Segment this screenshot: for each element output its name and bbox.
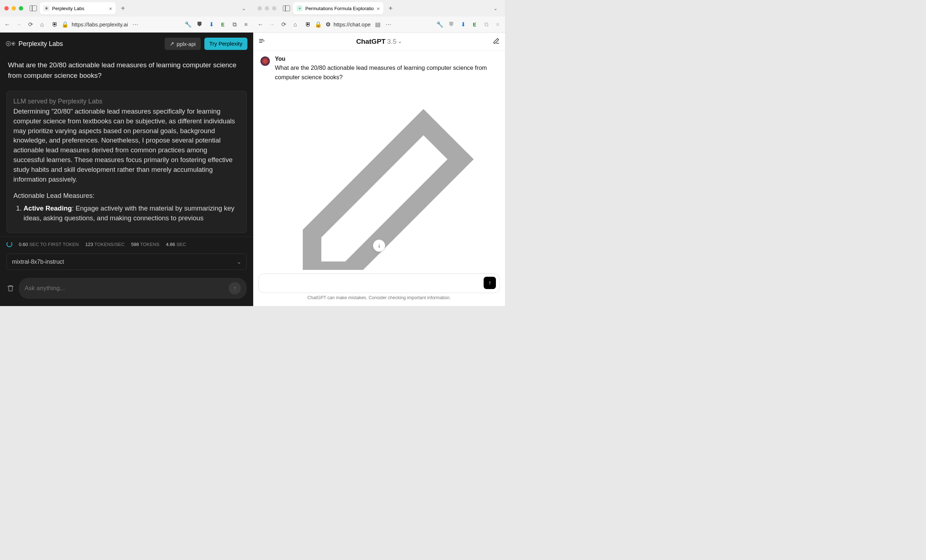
- menu-icon[interactable]: ≡: [242, 21, 250, 28]
- served-by-label: LLM served by Perplexity Labs: [14, 98, 240, 105]
- model-name: mixtral-8x7b-instruct: [12, 259, 64, 265]
- chevron-down-icon: ⌄: [236, 258, 241, 265]
- send-button[interactable]: ↑: [228, 282, 241, 295]
- titlebar-right: ✦ Permutations Formula Exploratio × + ⌄: [253, 0, 505, 17]
- pocket-icon[interactable]: ⛊: [448, 21, 455, 28]
- more-url-icon[interactable]: ⋯: [386, 21, 391, 28]
- duration-label: SEC: [177, 242, 186, 247]
- tab-close-button[interactable]: ×: [109, 5, 112, 12]
- chatgpt-conversation: You What are the 20/80 actionable lead m…: [253, 51, 505, 270]
- menu-icon[interactable]: ≡: [494, 21, 501, 28]
- ttft-value: 0.60: [19, 242, 28, 247]
- title-model: 3.5: [387, 38, 396, 45]
- close-window-button[interactable]: [257, 6, 262, 11]
- sidebar-toggle-icon[interactable]: [30, 5, 37, 11]
- url-bar[interactable]: ⛨ 🔒 ⚙ https://chat.ope ▤ ⋯: [303, 19, 432, 30]
- tokens-value: 598: [131, 242, 139, 247]
- shield-icon[interactable]: ⛨: [52, 21, 58, 28]
- edit-message-button[interactable]: [275, 85, 498, 270]
- more-url-icon[interactable]: ⋯: [132, 21, 138, 28]
- clear-button[interactable]: [6, 285, 14, 292]
- titlebar-left: ✳ Perplexity Labs × + ⌄: [0, 0, 253, 17]
- extensions-icon[interactable]: ⧉: [231, 21, 238, 28]
- user-text: What are the 20/80 actionable lead measu…: [275, 63, 498, 82]
- model-selector[interactable]: ChatGPT 3.5 ⌄: [265, 38, 493, 45]
- home-button[interactable]: ⌂: [292, 21, 299, 28]
- perplexity-header: ⦾✳ Perplexity Labs ↗ pplx-api Try Perple…: [0, 33, 253, 55]
- url-text: https://labs.perplexity.ai: [72, 21, 128, 27]
- tab-dropdown-button[interactable]: ⌄: [239, 5, 249, 11]
- perplexity-app: ⦾✳ Perplexity Labs ↗ pplx-api Try Perple…: [0, 33, 253, 306]
- new-tab-button[interactable]: +: [119, 5, 127, 13]
- browser-tab[interactable]: ✦ Permutations Formula Exploratio ×: [293, 2, 383, 15]
- sidebar-menu-button[interactable]: [258, 37, 265, 46]
- reader-mode-icon[interactable]: ▤: [375, 21, 381, 28]
- scroll-down-button[interactable]: ↓: [373, 239, 385, 252]
- home-button[interactable]: ⌂: [38, 21, 45, 28]
- tab-close-button[interactable]: ×: [377, 5, 380, 12]
- chatgpt-header: ChatGPT 3.5 ⌄: [253, 33, 505, 51]
- model-selector[interactable]: mixtral-8x7b-instruct ⌄: [6, 254, 247, 270]
- maximize-window-button[interactable]: [272, 6, 276, 11]
- forward-button[interactable]: →: [268, 21, 275, 28]
- chevron-down-icon: ⌄: [398, 39, 402, 44]
- tokens-label: TOKENS: [140, 242, 159, 247]
- back-button[interactable]: ←: [257, 21, 264, 28]
- sidebar-toggle-icon[interactable]: [283, 5, 290, 11]
- download-icon[interactable]: ⬇: [459, 21, 467, 28]
- traffic-lights-inactive: [257, 6, 276, 11]
- new-chat-button[interactable]: [493, 37, 500, 46]
- title-main: ChatGPT: [356, 38, 386, 45]
- chatgpt-app: ChatGPT 3.5 ⌄ You What are the 20/80 act…: [253, 33, 505, 306]
- user-query: What are the 20/80 actionable lead measu…: [6, 56, 247, 91]
- duration-value: 4.86: [166, 242, 175, 247]
- list-item: Active Reading: Engage actively with the…: [24, 203, 240, 224]
- reload-button[interactable]: ⟳: [280, 21, 287, 28]
- pplx-api-label: pplx-api: [177, 41, 196, 47]
- download-icon[interactable]: ⬇: [207, 21, 215, 28]
- tab-title: Perplexity Labs: [52, 6, 106, 11]
- spinner-icon: [6, 241, 12, 247]
- tps-value: 123: [85, 242, 93, 247]
- send-button[interactable]: ↑: [484, 277, 496, 289]
- shield-icon[interactable]: ⛨: [305, 21, 311, 28]
- forward-button[interactable]: →: [15, 21, 23, 28]
- toolbar-left: ← → ⟳ ⌂ ⛨ 🔒 https://labs.perplexity.ai ⋯…: [0, 17, 253, 33]
- close-window-button[interactable]: [5, 6, 9, 11]
- minimize-window-button[interactable]: [265, 6, 269, 11]
- try-perplexity-button[interactable]: Try Perplexity: [204, 38, 247, 50]
- composer: ↑: [0, 272, 253, 306]
- permissions-icon[interactable]: ⚙: [325, 21, 331, 28]
- wrench-icon[interactable]: 🔧: [436, 21, 443, 28]
- minimize-window-button[interactable]: [12, 6, 16, 11]
- browser-tab[interactable]: ✳ Perplexity Labs ×: [40, 2, 116, 15]
- measure-title: Active Reading: [24, 204, 72, 212]
- left-browser-window: ✳ Perplexity Labs × + ⌄ ← → ⟳ ⌂ ⛨ 🔒 http…: [0, 0, 253, 306]
- user-avatar: [260, 56, 270, 66]
- new-tab-button[interactable]: +: [386, 5, 395, 13]
- extension-e-icon[interactable]: E: [219, 21, 227, 28]
- ttft-label: SEC TO FIRST TOKEN: [29, 242, 79, 247]
- back-button[interactable]: ←: [4, 21, 11, 28]
- prompt-input[interactable]: [24, 285, 226, 292]
- generation-stats: 0.60 SEC TO FIRST TOKEN 123 TOKENS/SEC 5…: [0, 237, 253, 251]
- url-bar[interactable]: ⛨ 🔒 https://labs.perplexity.ai ⋯: [50, 19, 180, 30]
- pocket-icon[interactable]: ⛊: [196, 21, 203, 28]
- wrench-icon[interactable]: 🔧: [185, 21, 192, 28]
- extensions-icon[interactable]: ⧉: [483, 21, 490, 28]
- tab-favicon-icon: ✦: [297, 5, 303, 11]
- maximize-window-button[interactable]: [19, 6, 23, 11]
- llm-response: LLM served by Perplexity Labs Determinin…: [6, 91, 247, 233]
- disclaimer-text: ChatGPT can make mistakes. Consider chec…: [258, 293, 500, 304]
- tab-dropdown-button[interactable]: ⌄: [490, 5, 501, 11]
- tps-label: TOKENS/SEC: [94, 242, 125, 247]
- prompt-input[interactable]: [265, 280, 481, 286]
- perplexity-footer: 0.60 SEC TO FIRST TOKEN 123 TOKENS/SEC 5…: [0, 236, 253, 306]
- pplx-api-button[interactable]: ↗ pplx-api: [165, 38, 201, 50]
- chatgpt-composer: ↑ ChatGPT can make mistakes. Consider ch…: [253, 270, 505, 306]
- traffic-lights: [5, 6, 23, 11]
- perplexity-brand: Perplexity Labs: [18, 40, 63, 48]
- extension-e-icon[interactable]: E: [471, 21, 478, 28]
- reload-button[interactable]: ⟳: [27, 21, 34, 28]
- url-text: https://chat.ope: [333, 21, 371, 27]
